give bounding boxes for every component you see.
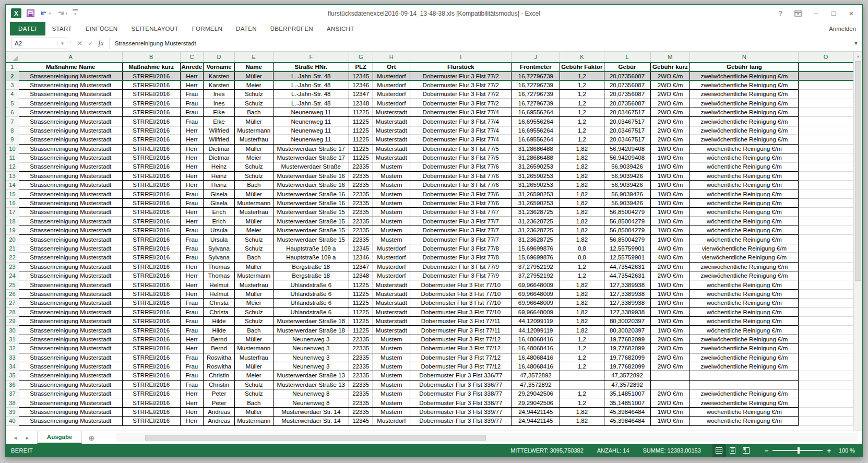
cell[interactable]: 56,85004279	[604, 217, 650, 225]
cell[interactable]: STRREI/2016	[122, 271, 180, 280]
cell[interactable]: Elke	[204, 117, 235, 126]
cell[interactable]: Dobermuster Flur 3 Flst 77/6	[410, 181, 512, 189]
cell[interactable]: Andreas	[204, 417, 235, 425]
cell[interactable]: 2WO €/m	[650, 335, 690, 343]
cell[interactable]: 56,9039426	[604, 198, 650, 207]
cell[interactable]: Neunenweg 3	[273, 353, 349, 362]
cell[interactable]: wöchentliche Reinigung €/m	[690, 316, 799, 325]
cell[interactable]: 1,82	[560, 417, 604, 425]
cell[interactable]: Strassenreinigung Musterstadt	[19, 108, 122, 116]
cell[interactable]: Herr	[180, 171, 204, 180]
cell[interactable]: Strassenreinigung Musterstadt	[19, 144, 122, 153]
cell[interactable]: 127,3389938	[604, 289, 650, 298]
cell[interactable]: Herr	[180, 181, 204, 189]
cell-empty[interactable]	[799, 80, 853, 89]
cell[interactable]: 1WO €/m	[650, 198, 690, 207]
cell[interactable]: Roswitha	[204, 353, 235, 362]
cell[interactable]: Strassenreinigung Musterstadt	[19, 380, 122, 389]
cell[interactable]: 24,94421145	[512, 417, 560, 425]
cell[interactable]: 44,12099119	[512, 326, 560, 335]
cell[interactable]: 1,82	[560, 326, 604, 335]
cell[interactable]: Ines	[204, 99, 235, 108]
vertical-scrollbar[interactable]: ▲	[853, 52, 862, 431]
cell[interactable]: Strassenreinigung Musterstadt	[19, 371, 122, 380]
cell[interactable]: Straße HNr.	[273, 63, 349, 72]
cell[interactable]: Dobermuster Flur 3 Flst 338/77	[410, 389, 512, 398]
ribbon-tab-seitenlayout[interactable]: SEITENLAYOUT	[124, 22, 185, 35]
cell[interactable]: Musterfrau	[234, 280, 273, 289]
cell[interactable]: 1,2	[560, 389, 604, 398]
row-header-28[interactable]: 28	[6, 307, 19, 316]
cell[interactable]: 1,82	[560, 307, 604, 316]
cell[interactable]: Strassenreinigung Musterstadt	[19, 244, 122, 253]
cell[interactable]: Heinz	[204, 162, 235, 171]
cell-empty[interactable]	[799, 171, 853, 180]
cell[interactable]: 12346	[349, 253, 373, 262]
cell[interactable]: Herr	[180, 280, 204, 289]
cell[interactable]: 31,28686488	[512, 153, 560, 162]
cell[interactable]: 12348	[349, 99, 373, 108]
cell[interactable]: Heinz	[204, 181, 235, 189]
cell[interactable]: Mustern	[373, 235, 410, 244]
cell[interactable]: 12347	[349, 262, 373, 271]
cell[interactable]: wöchentliche Reinigung €/m	[690, 171, 799, 180]
cell-empty[interactable]	[799, 307, 853, 316]
cell[interactable]: Frau	[180, 108, 204, 116]
excel-app-icon[interactable]: X	[11, 8, 21, 18]
cell[interactable]: Strassenreinigung Musterstadt	[19, 208, 122, 217]
cell[interactable]: Mustern	[373, 371, 410, 380]
cell[interactable]: Dobermuster Flur 3 Flst 77/4	[410, 126, 512, 135]
cell[interactable]: Gebühr lang	[690, 63, 799, 72]
row-header-5[interactable]: 5	[6, 99, 19, 108]
row-header-37[interactable]: 37	[6, 389, 19, 398]
cell[interactable]: Musterwerdaer Straße 15	[273, 226, 349, 235]
cell[interactable]: Mustern	[373, 171, 410, 180]
cell[interactable]: 1WO €/m	[650, 235, 690, 244]
cell[interactable]: STRREI/2016	[122, 244, 180, 253]
cell[interactable]: zweiwöchentliche Reinigung €/m	[690, 108, 799, 116]
cell[interactable]: 24,94421145	[512, 407, 560, 416]
cell[interactable]: 1,2	[560, 353, 604, 362]
cell[interactable]: Musterdorf	[373, 72, 410, 80]
row-header-15[interactable]: 15	[6, 189, 19, 198]
cell[interactable]: Herr	[180, 80, 204, 89]
row-header-40[interactable]: 40	[6, 417, 19, 425]
horizontal-scroll-thumb[interactable]	[145, 435, 486, 441]
formula-bar-expand-icon[interactable]: ▼	[850, 41, 862, 46]
cell[interactable]: vierwöchentliche Reinigung €/m	[690, 244, 799, 253]
row-header-30[interactable]: 30	[6, 326, 19, 335]
cell[interactable]: 1,2	[560, 135, 604, 144]
cell[interactable]: Karsten	[204, 80, 235, 89]
select-all-corner[interactable]	[6, 52, 19, 63]
cell[interactable]: zweiwöchentliche Reinigung €/m	[690, 353, 799, 362]
cell[interactable]: Peter	[204, 398, 235, 407]
page-break-preview-button[interactable]	[740, 444, 753, 457]
cell[interactable]: STRREI/2016	[122, 198, 180, 207]
cell[interactable]: zweiwöchentliche Reinigung €/m	[690, 344, 799, 353]
cell[interactable]: Strassenreinigung Musterstadt	[19, 135, 122, 144]
row-header-4[interactable]: 4	[6, 90, 19, 99]
cell[interactable]: Mustern	[373, 407, 410, 416]
cell[interactable]: Herr	[180, 335, 204, 343]
cell[interactable]: zweiwöchentliche Reinigung €/m	[690, 362, 799, 371]
cell[interactable]: Uhlandstraße 6	[273, 280, 349, 289]
cell[interactable]: 12345	[349, 244, 373, 253]
cell[interactable]: STRREI/2016	[122, 280, 180, 289]
cell[interactable]: 2WO €/m	[650, 389, 690, 398]
cell[interactable]: Mustern	[373, 226, 410, 235]
cell[interactable]: 11225	[349, 316, 373, 325]
cell[interactable]: Gisela	[204, 189, 235, 198]
cell[interactable]: 12347	[349, 90, 373, 99]
cell[interactable]: Dobermuster Flur 3 Flst 77/12	[410, 344, 512, 353]
cell[interactable]: Dobermuster Flur 3 Flst 77/5	[410, 153, 512, 162]
cell[interactable]: STRREI/2016	[122, 226, 180, 235]
cell[interactable]: 11225	[349, 326, 373, 335]
row-header-3[interactable]: 3	[6, 80, 19, 89]
cell[interactable]: Frau	[180, 244, 204, 253]
page-layout-view-button[interactable]	[726, 444, 740, 457]
cell[interactable]: 2WO €/m	[650, 126, 690, 135]
cell[interactable]: 22335	[349, 189, 373, 198]
cell[interactable]: Christa	[204, 299, 235, 307]
cell[interactable]: Neunenweg 3	[273, 344, 349, 353]
cell[interactable]: Mustern	[373, 380, 410, 389]
